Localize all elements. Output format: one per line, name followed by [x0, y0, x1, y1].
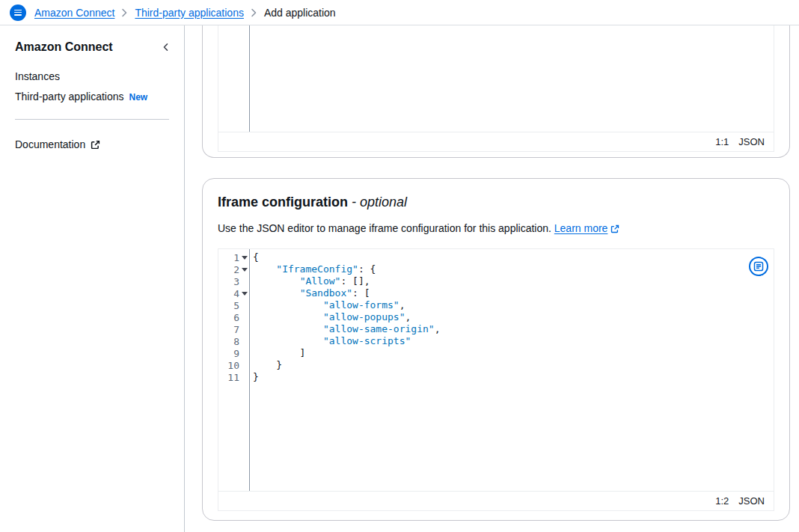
line-number: 4 — [218, 287, 249, 299]
editor-gutter: 1234567891011 — [218, 249, 250, 491]
breadcrumb-link[interactable]: Amazon Connect — [34, 7, 114, 19]
sidebar-collapse-button[interactable] — [160, 41, 172, 53]
breadcrumb-link[interactable]: Third-party applications — [135, 7, 244, 19]
line-number: 8 — [218, 335, 249, 347]
line-number: 9 — [218, 347, 249, 359]
main-content: 1:1 JSON Iframe configuration - optional… — [185, 25, 799, 532]
breadcrumb-separator-icon — [121, 8, 128, 17]
line-number: 11 — [218, 371, 249, 383]
chevron-left-icon — [162, 43, 171, 52]
top-navigation-bar: Amazon ConnectThird-party applicationsAd… — [0, 0, 799, 25]
learn-more-link[interactable]: Learn more — [554, 222, 620, 235]
sidebar-header: Amazon Connect — [15, 40, 172, 54]
external-link-icon — [91, 140, 100, 150]
code-line[interactable]: "allow-same-origin", — [253, 323, 774, 335]
code-fold-toggle-icon[interactable] — [239, 263, 249, 275]
code-line[interactable]: } — [253, 371, 774, 383]
editor-settings-button[interactable] — [749, 257, 768, 276]
editor-content[interactable]: { "IframeConfig": { "Allow": [], "Sandbo… — [250, 249, 774, 491]
code-line[interactable]: { — [253, 251, 774, 263]
editor-language: JSON — [738, 136, 765, 147]
code-line[interactable]: } — [253, 359, 774, 371]
fold-slot — [239, 275, 249, 287]
json-editor-partial[interactable]: 1:1 JSON — [218, 25, 774, 152]
sidebar-link[interactable]: Instances — [15, 70, 60, 82]
editor-status-bar: 1:1 JSON — [218, 132, 774, 151]
sidebar-item: Instances — [15, 70, 172, 82]
fold-slot — [239, 359, 249, 371]
line-number: 1 — [218, 251, 249, 263]
code-line[interactable]: "allow-popups", — [253, 311, 774, 323]
code-fold-toggle-icon[interactable] — [239, 251, 249, 263]
fold-slot — [239, 299, 249, 311]
new-badge: New — [129, 92, 148, 103]
sidebar-item-documentation[interactable]: Documentation — [15, 138, 100, 150]
console-services-menu-button[interactable] — [10, 4, 26, 21]
code-line[interactable]: ] — [253, 347, 774, 359]
card-title: Iframe configuration - optional — [218, 194, 774, 210]
external-link-icon — [610, 224, 619, 233]
editor-content[interactable] — [250, 25, 774, 132]
editor-status-bar: 1:2 JSON — [218, 491, 774, 510]
code-fold-toggle-icon[interactable] — [239, 287, 249, 299]
fold-slot — [239, 335, 249, 347]
line-number: 5 — [218, 299, 249, 311]
code-line[interactable]: "allow-scripts" — [253, 335, 774, 347]
line-number: 3 — [218, 275, 249, 287]
cursor-position: 1:1 — [715, 136, 729, 147]
breadcrumb: Amazon ConnectThird-party applicationsAd… — [34, 7, 336, 19]
hamburger-menu-icon — [14, 10, 22, 16]
learn-more-label: Learn more — [554, 222, 608, 235]
editor-gutter — [218, 25, 250, 132]
line-number: 10 — [218, 359, 249, 371]
fold-slot — [239, 323, 249, 335]
sidebar-items: InstancesThird-party applicationsNew — [15, 70, 172, 103]
breadcrumb-separator-icon — [251, 8, 257, 17]
card-description-text: Use the JSON editor to manage iframe con… — [218, 222, 551, 234]
line-number: 6 — [218, 311, 249, 323]
editor-language: JSON — [738, 495, 765, 507]
sidebar-title: Amazon Connect — [15, 40, 113, 54]
documentation-label: Documentation — [15, 138, 85, 150]
code-line[interactable]: "Allow": [], — [253, 275, 774, 287]
line-number: 7 — [218, 323, 249, 335]
editor-settings-icon — [753, 261, 764, 272]
breadcrumb-current: Add application — [264, 7, 336, 19]
card-title-text: Iframe configuration — [218, 195, 348, 210]
divider — [15, 119, 169, 120]
application-details-card-partial: 1:1 JSON — [202, 25, 790, 158]
sidebar-link[interactable]: Third-party applications — [15, 91, 124, 103]
fold-slot — [239, 371, 249, 383]
optional-label: - optional — [352, 195, 407, 210]
code-line[interactable]: "allow-forms", — [253, 299, 774, 311]
sidebar-item: Third-party applicationsNew — [15, 91, 172, 103]
cursor-position: 1:2 — [715, 495, 729, 507]
fold-slot — [239, 311, 249, 323]
line-number: 2 — [218, 263, 249, 275]
fold-slot — [239, 347, 249, 359]
code-line[interactable]: "IframeConfig": { — [253, 263, 774, 275]
side-navigation: Amazon Connect InstancesThird-party appl… — [0, 25, 185, 532]
iframe-configuration-card: Iframe configuration - optional Use the … — [202, 178, 790, 521]
json-code-editor[interactable]: 1234567891011 { "IframeConfig": { "Allow… — [218, 248, 774, 511]
code-line[interactable]: "Sandbox": [ — [253, 287, 774, 299]
card-description: Use the JSON editor to manage iframe con… — [218, 222, 774, 235]
